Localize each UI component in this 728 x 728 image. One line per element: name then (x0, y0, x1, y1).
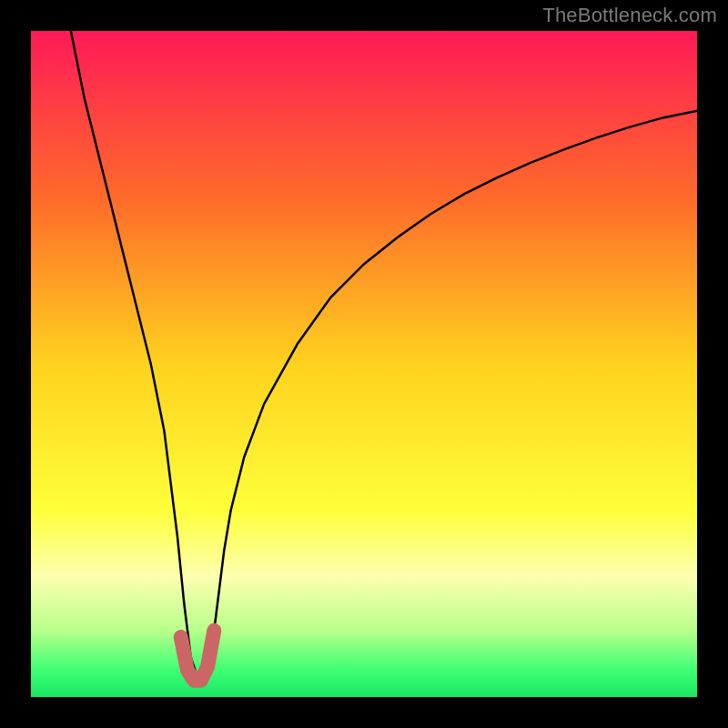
bottleneck-chart (31, 31, 697, 697)
chart-background (31, 31, 697, 697)
watermark-text: TheBottleneck.com (542, 4, 717, 27)
chart-frame: TheBottleneck.com (0, 0, 728, 728)
